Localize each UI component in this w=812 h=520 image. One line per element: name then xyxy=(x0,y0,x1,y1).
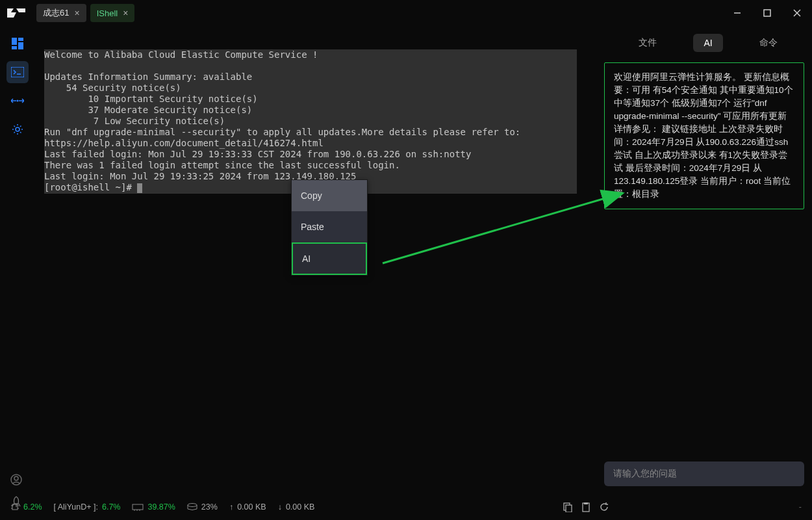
svg-rect-28 xyxy=(584,502,588,504)
svg-rect-6 xyxy=(18,42,23,49)
svg-rect-26 xyxy=(566,505,572,512)
transfer-icon[interactable] xyxy=(6,90,29,112)
svg-point-11 xyxy=(16,127,19,131)
gear-icon[interactable] xyxy=(6,118,29,140)
terminal-icon[interactable] xyxy=(6,61,29,83)
copy-icon[interactable] xyxy=(563,502,573,512)
ai-input-placeholder: 请输入您的问题 xyxy=(613,468,677,480)
tab-ishell[interactable]: IShell × xyxy=(90,4,135,22)
svg-rect-15 xyxy=(12,504,18,510)
memory-icon xyxy=(132,503,144,511)
svg-rect-7 xyxy=(12,46,17,49)
svg-point-10 xyxy=(17,100,19,102)
svg-rect-5 xyxy=(18,38,23,41)
svg-point-14 xyxy=(14,476,18,480)
close-icon[interactable]: × xyxy=(74,8,79,18)
close-icon[interactable]: × xyxy=(123,8,128,18)
context-menu: Copy Paste AI xyxy=(291,179,368,276)
tab-label: IShell xyxy=(97,8,118,18)
stat-upload: ↑ 0.00 KB xyxy=(229,502,266,512)
terminal-output[interactable]: Welcome to Alibaba Cloud Elastic Compute… xyxy=(44,49,577,193)
svg-point-24 xyxy=(188,504,197,507)
tab-file[interactable]: 文件 xyxy=(628,33,667,53)
stat-disk: 23% xyxy=(187,502,218,512)
stat-aliyun: [ AliYunD+ ]: 6.7% xyxy=(54,502,121,512)
minimize-button[interactable] xyxy=(722,0,752,26)
svg-rect-8 xyxy=(11,67,24,77)
tab-cmd[interactable]: 命令 xyxy=(749,33,788,53)
context-paste[interactable]: Paste xyxy=(292,211,367,242)
paste-icon[interactable] xyxy=(581,502,591,512)
tab-chengzhi[interactable]: 成志61 × xyxy=(36,4,86,22)
arrow-up-icon: ↑ xyxy=(229,502,233,512)
context-ai[interactable]: AI xyxy=(292,242,367,275)
stat-download: ↓ 0.00 KB xyxy=(278,502,315,512)
disk-icon xyxy=(187,503,197,511)
chip-icon xyxy=(10,502,19,512)
maximize-button[interactable] xyxy=(752,0,782,26)
stat-mem: 39.87% xyxy=(132,502,175,512)
svg-line-12 xyxy=(383,193,623,263)
ai-response-box: 欢迎使用阿里云弹性计算服务。 更新信息概要：可用 有54个安全通知 其中重要通知… xyxy=(604,62,804,209)
app-logo xyxy=(0,0,32,26)
status-dash: - xyxy=(799,502,802,512)
user-icon[interactable] xyxy=(10,474,22,488)
svg-rect-1 xyxy=(764,10,770,16)
svg-rect-4 xyxy=(12,38,17,45)
grid-icon[interactable] xyxy=(6,32,29,55)
tab-label: 成志61 xyxy=(43,7,69,19)
tab-ai[interactable]: AI xyxy=(693,34,722,52)
context-copy[interactable]: Copy xyxy=(292,180,367,211)
close-button[interactable] xyxy=(782,0,812,26)
arrow-down-icon: ↓ xyxy=(278,502,282,512)
svg-rect-20 xyxy=(133,504,143,510)
refresh-icon[interactable] xyxy=(599,502,609,512)
ai-input[interactable]: 请输入您的问题 xyxy=(604,462,804,486)
annotation-arrow xyxy=(379,185,633,270)
stat-cpu: 6.2% xyxy=(10,502,42,512)
